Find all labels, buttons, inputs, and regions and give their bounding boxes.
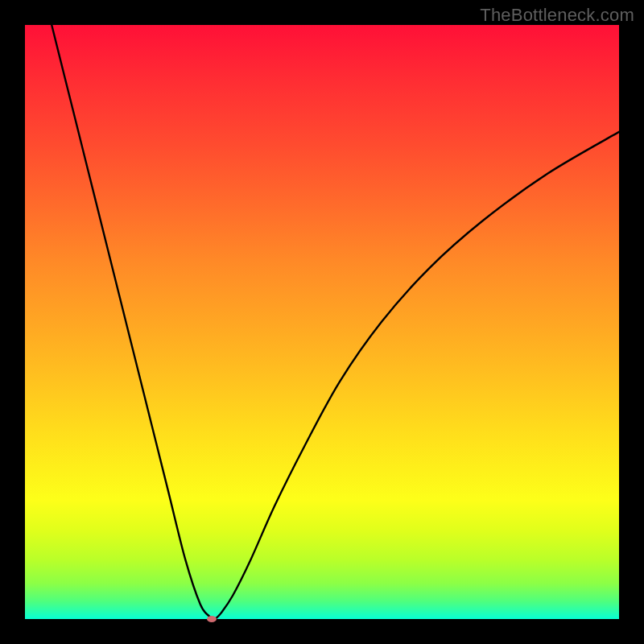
bottleneck-curve [25, 25, 619, 619]
watermark-text: TheBottleneck.com [480, 5, 634, 26]
chart-frame: TheBottleneck.com [0, 0, 644, 644]
curve-path [52, 25, 619, 619]
plot-area [25, 25, 619, 619]
minimum-marker [207, 616, 217, 622]
